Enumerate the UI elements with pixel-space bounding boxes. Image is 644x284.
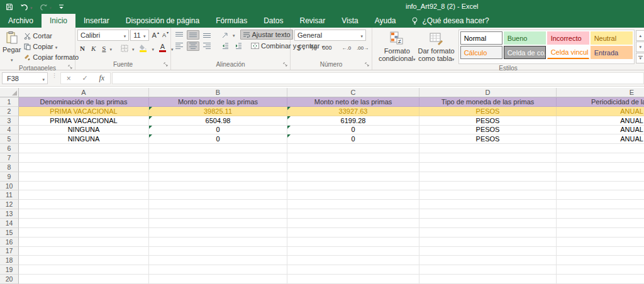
increase-decimal-button[interactable]: ←.0 xyxy=(339,44,353,52)
cell-E4[interactable]: ANUAL xyxy=(557,126,644,135)
cell-E18[interactable] xyxy=(557,256,644,265)
cell-A7[interactable] xyxy=(19,153,149,163)
cell-A9[interactable] xyxy=(19,172,149,182)
cell-B18[interactable] xyxy=(149,256,287,265)
cell-B14[interactable] xyxy=(149,219,287,228)
tab-inicio[interactable]: Inicio xyxy=(42,14,75,28)
cell-style-celda-vincul[interactable]: Celda vincul... xyxy=(547,46,589,59)
cell-E7[interactable] xyxy=(557,153,644,163)
row-header-2[interactable]: 2 xyxy=(0,107,19,116)
cell-C11[interactable] xyxy=(287,190,419,200)
cell-C5[interactable]: 0 xyxy=(287,134,419,144)
number-dialog-launcher-icon[interactable] xyxy=(365,62,370,68)
align-middle-button[interactable] xyxy=(187,30,199,40)
format-as-table-button[interactable]: Dar formato como tabla xyxy=(417,30,456,64)
increase-indent-button[interactable] xyxy=(233,41,245,50)
cell-style-normal[interactable]: Normal xyxy=(460,31,502,45)
paste-dropdown-icon[interactable] xyxy=(11,55,13,63)
cell-B3[interactable]: 6504.98 xyxy=(149,116,287,126)
row-header-13[interactable]: 13 xyxy=(0,209,19,219)
row-header-9[interactable]: 9 xyxy=(0,172,19,182)
decrease-decimal-button[interactable]: .00→ xyxy=(354,44,371,52)
cell-B20[interactable] xyxy=(149,275,287,284)
tab-archivo[interactable]: Archivo xyxy=(0,14,42,28)
cell-E5[interactable]: ANUAL xyxy=(557,134,644,144)
underline-button[interactable]: S xyxy=(99,43,108,53)
paste-button[interactable]: Pegar xyxy=(2,30,21,64)
cell-C8[interactable] xyxy=(287,163,419,172)
clipboard-dialog-launcher-icon[interactable] xyxy=(68,65,74,70)
row-header-17[interactable]: 17 xyxy=(0,247,19,256)
cell-E16[interactable] xyxy=(557,238,644,247)
select-all-corner[interactable] xyxy=(0,88,19,97)
cell-B11[interactable] xyxy=(149,190,287,200)
decrease-indent-button[interactable] xyxy=(219,41,231,50)
row-header-18[interactable]: 18 xyxy=(0,256,19,265)
cell-B6[interactable] xyxy=(149,144,287,153)
underline-dropdown-icon[interactable] xyxy=(109,45,112,52)
cell-A8[interactable] xyxy=(19,163,149,172)
cell-E19[interactable] xyxy=(557,265,644,275)
cell-D10[interactable] xyxy=(419,182,557,191)
tell-me-search[interactable]: ¿Qué desea hacer? xyxy=(404,14,489,28)
cell-A4[interactable]: NINGUNA xyxy=(19,126,149,135)
bold-button[interactable]: N xyxy=(77,43,87,53)
row-header-14[interactable]: 14 xyxy=(0,219,19,228)
cell-A2[interactable]: PRIMA VACACIONAL xyxy=(19,107,149,116)
name-box-dropdown-icon[interactable] xyxy=(42,75,45,82)
format-as-table-dropdown-icon[interactable] xyxy=(452,55,455,62)
cancel-icon[interactable]: × xyxy=(67,74,71,83)
orientation-dropdown-icon[interactable] xyxy=(233,31,235,38)
orientation-button[interactable] xyxy=(219,30,231,40)
cell-A1[interactable]: Denominación de las primas xyxy=(19,97,149,107)
tab-datos[interactable]: Datos xyxy=(255,14,291,28)
cell-B17[interactable] xyxy=(149,247,287,256)
row-header-15[interactable]: 15 xyxy=(0,228,19,238)
name-box[interactable]: F38 xyxy=(2,72,48,84)
cell-D3[interactable]: PESOS xyxy=(419,116,557,126)
cell-A13[interactable] xyxy=(19,209,149,219)
cell-A11[interactable] xyxy=(19,190,149,200)
styles-more-icon[interactable]: ▾ xyxy=(636,53,644,63)
font-color-button[interactable]: A xyxy=(155,43,170,53)
cell-C16[interactable] xyxy=(287,238,419,247)
column-header-b[interactable]: B xyxy=(149,88,287,97)
insert-function-icon[interactable]: fx xyxy=(99,74,104,83)
cell-style-bueno[interactable]: Bueno xyxy=(504,31,546,45)
tab-vista[interactable]: Vista xyxy=(333,14,366,28)
tab-revisar[interactable]: Revisar xyxy=(292,14,334,28)
cell-A18[interactable] xyxy=(19,256,149,265)
cell-A3[interactable]: PRIMA VACACIONAL xyxy=(19,116,149,126)
save-icon[interactable] xyxy=(6,2,13,12)
cell-E12[interactable] xyxy=(557,200,644,209)
enter-check-icon[interactable]: ✓ xyxy=(82,74,88,82)
cell-C9[interactable] xyxy=(287,172,419,182)
cell-A20[interactable] xyxy=(19,275,149,284)
cell-A12[interactable] xyxy=(19,200,149,209)
cut-button[interactable]: Cortar xyxy=(21,31,81,41)
cell-B15[interactable] xyxy=(149,228,287,238)
align-center-button[interactable] xyxy=(187,41,199,51)
row-header-7[interactable]: 7 xyxy=(0,153,19,163)
cell-B7[interactable] xyxy=(149,153,287,163)
borders-button[interactable] xyxy=(118,43,131,53)
align-top-button[interactable] xyxy=(173,30,186,40)
cell-A15[interactable] xyxy=(19,228,149,238)
font-size-combo[interactable]: 11 xyxy=(130,30,148,41)
row-header-10[interactable]: 10 xyxy=(0,182,19,191)
cell-A17[interactable] xyxy=(19,247,149,256)
borders-dropdown-icon[interactable] xyxy=(132,45,135,52)
cell-E20[interactable] xyxy=(557,275,644,284)
cell-C1[interactable]: Monto neto de las primas xyxy=(287,97,419,107)
cell-E2[interactable]: ANUAL xyxy=(557,107,644,116)
cell-D5[interactable]: PESOS xyxy=(419,134,557,144)
cell-style-celda-de-co[interactable]: Celda de co... xyxy=(504,46,546,59)
styles-scroll-down-icon[interactable]: ▾ xyxy=(636,41,644,52)
undo-dropdown-icon[interactable] xyxy=(30,3,33,11)
cell-B4[interactable]: 0 xyxy=(149,126,287,135)
align-left-button[interactable] xyxy=(173,41,186,51)
cell-D18[interactable] xyxy=(419,256,557,265)
fill-color-dropdown-icon[interactable] xyxy=(152,45,154,52)
cell-A19[interactable] xyxy=(19,265,149,275)
customize-quick-access-icon[interactable] xyxy=(58,2,64,12)
